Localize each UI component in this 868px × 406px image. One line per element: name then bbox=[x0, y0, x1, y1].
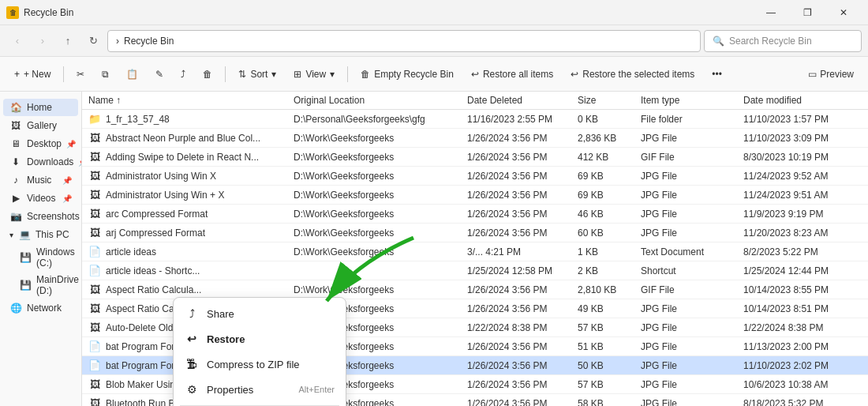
file-date-modified: 11/10/2023 1:57 PM bbox=[743, 114, 862, 125]
up-button[interactable]: ↑ bbox=[57, 30, 79, 52]
screenshots-icon: 📷 bbox=[9, 210, 22, 223]
sidebar-item-network[interactable]: 🌐 Network bbox=[3, 299, 78, 317]
sidebar-item-music[interactable]: ♪ Music 📌 bbox=[3, 171, 78, 189]
file-date-modified: 1/22/2024 8:38 PM bbox=[743, 322, 862, 333]
file-type: Text Document bbox=[641, 246, 743, 258]
sidebar-item-home[interactable]: 🏠 Home bbox=[3, 99, 78, 116]
file-type-icon: 🖼 bbox=[88, 132, 101, 145]
search-bar[interactable]: 🔍 Search Recycle Bin bbox=[704, 30, 862, 52]
file-name-text: Aspect Ratio Calcula... bbox=[106, 284, 201, 295]
header-item-type[interactable]: Item type bbox=[641, 95, 743, 106]
restore-all-label: Restore all items bbox=[483, 69, 553, 80]
table-row[interactable]: 📄 article ideas D:\Work\Geeksforgeeks 3/… bbox=[82, 242, 868, 261]
header-date-deleted[interactable]: Date Deleted bbox=[467, 95, 578, 106]
close-button[interactable]: ✕ bbox=[825, 0, 862, 25]
delete-button[interactable]: 🗑 bbox=[195, 62, 220, 87]
ctx-compress[interactable]: 🗜 Compress to ZIP file bbox=[174, 351, 346, 377]
paste-button[interactable]: 📋 bbox=[118, 62, 146, 87]
file-name-cell: 🖼 Aspect Ratio Calcula... bbox=[88, 284, 294, 296]
cut-button[interactable]: ✂ bbox=[69, 62, 92, 87]
file-name-text: article ideas bbox=[106, 246, 156, 258]
share-icon: ⤴ bbox=[181, 69, 185, 80]
preview-button[interactable]: ▭ Preview bbox=[800, 62, 862, 87]
header-location[interactable]: Original Location bbox=[294, 95, 467, 106]
table-row[interactable]: 🖼 arj Compressed Format D:\Work\Geeksfor… bbox=[82, 224, 868, 242]
sidebar-item-downloads[interactable]: ⬇ Downloads 📌 bbox=[3, 153, 78, 171]
ctx-share-label: Share bbox=[207, 308, 234, 320]
header-date-deleted-label: Date Deleted bbox=[467, 95, 522, 106]
file-name-text: arc Compressed Format bbox=[106, 209, 208, 220]
ctx-restore-icon: ↩ bbox=[185, 332, 199, 346]
file-type: JPG File bbox=[641, 398, 743, 407]
file-size: 57 KB bbox=[578, 379, 641, 390]
copy-button[interactable]: ⧉ bbox=[94, 62, 117, 87]
sidebar-item-windows-c[interactable]: 💾 Windows (C:) bbox=[3, 244, 78, 271]
title-bar-left: 🗑 Recycle Bin bbox=[6, 6, 73, 19]
sort-button[interactable]: ⇅ Sort ▾ bbox=[230, 62, 284, 87]
file-size: 69 KB bbox=[578, 171, 641, 182]
file-size: 1 KB bbox=[578, 246, 641, 258]
restore-button[interactable]: ❐ bbox=[789, 0, 825, 25]
file-size: 2 KB bbox=[578, 265, 641, 276]
file-type-icon: 🖼 bbox=[88, 397, 101, 407]
sort-icon: ⇅ bbox=[238, 69, 246, 80]
rename-button[interactable]: ✎ bbox=[148, 62, 171, 87]
header-item-type-label: Item type bbox=[641, 95, 679, 106]
title-bar-title: Recycle Bin bbox=[24, 7, 73, 18]
file-type-icon: 🖼 bbox=[88, 321, 101, 334]
file-size: 57 KB bbox=[578, 322, 641, 333]
view-chevron-icon: ▾ bbox=[330, 69, 335, 80]
more-options-button[interactable]: ••• bbox=[704, 62, 730, 87]
file-date-deleted: 1/26/2024 3:56 PM bbox=[467, 284, 578, 295]
ctx-share[interactable]: ⤴ Share bbox=[174, 301, 346, 326]
sidebar-item-this-pc[interactable]: ▾ 💻 This PC bbox=[3, 226, 78, 243]
empty-recycle-bin-button[interactable]: 🗑 Empty Recycle Bin bbox=[353, 62, 462, 87]
view-button[interactable]: ⊞ View ▾ bbox=[286, 62, 342, 87]
file-date-deleted: 1/26/2024 3:56 PM bbox=[467, 133, 578, 144]
ctx-properties[interactable]: ⚙ Properties Alt+Enter bbox=[174, 377, 346, 402]
table-row[interactable]: 🖼 Abstract Neon Purple and Blue Col... D… bbox=[82, 129, 868, 148]
share-button[interactable]: ⤴ bbox=[173, 62, 193, 87]
sidebar-item-desktop[interactable]: 🖥 Desktop 📌 bbox=[3, 135, 78, 152]
restore-all-button[interactable]: ↩ Restore all items bbox=[463, 62, 561, 87]
file-name-cell: 🖼 Adding Swipe to Delete in React N... bbox=[88, 151, 294, 164]
file-date-deleted: 1/26/2024 3:56 PM bbox=[467, 303, 578, 314]
address-bar[interactable]: › Recycle Bin bbox=[107, 30, 701, 52]
header-size[interactable]: Size bbox=[578, 95, 641, 106]
file-date-deleted: 1/26/2024 3:56 PM bbox=[467, 190, 578, 201]
sidebar-item-gallery[interactable]: 🖼 Gallery bbox=[3, 117, 78, 134]
file-size: 49 KB bbox=[578, 303, 641, 314]
file-name-text: Adding Swipe to Delete in React N... bbox=[106, 152, 259, 163]
file-name-cell: 📁 1_fr_13_57_48 bbox=[88, 113, 294, 126]
sidebar-label-network: Network bbox=[27, 303, 62, 314]
table-row[interactable]: 📄 article ideas - Shortc... 1/25/2024 12… bbox=[82, 261, 868, 280]
forward-button[interactable]: › bbox=[32, 30, 54, 52]
file-type-icon: 🖼 bbox=[88, 227, 101, 239]
back-button[interactable]: ‹ bbox=[6, 30, 28, 52]
paste-icon: 📋 bbox=[126, 69, 138, 80]
sort-asc-icon: ↑ bbox=[116, 95, 121, 106]
table-row[interactable]: 🖼 Adding Swipe to Delete in React N... D… bbox=[82, 148, 868, 167]
content-area: Name ↑ Original Location Date Deleted Si… bbox=[82, 92, 868, 406]
header-name[interactable]: Name ↑ bbox=[88, 95, 294, 106]
sidebar-item-videos[interactable]: ▶ Videos 📌 bbox=[3, 190, 78, 207]
expand-this-pc-icon[interactable]: ▾ bbox=[9, 231, 13, 239]
restore-selected-button[interactable]: ↩ Restore the selected items bbox=[563, 62, 702, 87]
file-size: 50 KB bbox=[578, 360, 641, 371]
table-row[interactable]: 📁 1_fr_13_57_48 D:\Personal\Geeksforgeek… bbox=[82, 110, 868, 129]
header-date-modified[interactable]: Date modified bbox=[743, 95, 862, 106]
sidebar-item-maindrive-d[interactable]: 💾 MainDrive (D:) bbox=[3, 272, 78, 299]
sidebar-label-music: Music bbox=[27, 175, 51, 186]
ctx-restore[interactable]: ↩ Restore bbox=[174, 326, 346, 351]
pin-icon-videos: 📌 bbox=[62, 194, 72, 203]
preview-label: Preview bbox=[820, 69, 854, 80]
table-row[interactable]: 🖼 Administrator Using Win + X D:\Work\Ge… bbox=[82, 186, 868, 205]
table-row[interactable]: 🖼 arc Compressed Format D:\Work\Geeksfor… bbox=[82, 205, 868, 224]
sidebar-item-screenshots[interactable]: 📷 Screenshots 📌 bbox=[3, 208, 78, 225]
refresh-button[interactable]: ↻ bbox=[82, 30, 104, 52]
minimize-button[interactable]: — bbox=[753, 0, 789, 25]
new-button[interactable]: + + New bbox=[6, 62, 58, 87]
sidebar-label-maindrive-d: MainDrive (D:) bbox=[36, 274, 79, 296]
table-row[interactable]: 🖼 Administrator Using Win X D:\Work\Geek… bbox=[82, 167, 868, 186]
downloads-icon: ⬇ bbox=[9, 156, 22, 168]
